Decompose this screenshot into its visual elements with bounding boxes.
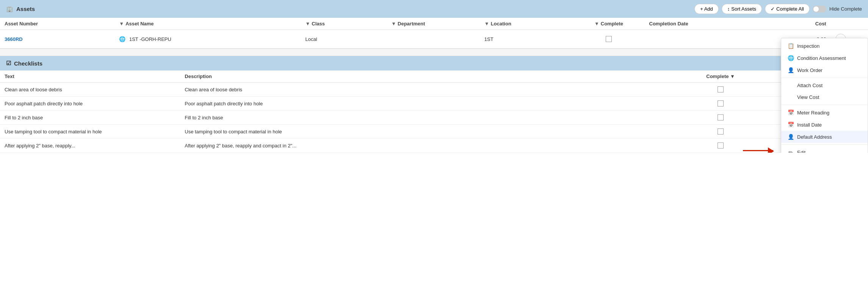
checklist-desc-cell: Clean area of loose debris xyxy=(180,83,671,97)
checklist-desc-cell: Use tamping tool to compact material in … xyxy=(180,125,671,139)
checklist-complete-checkbox[interactable] xyxy=(718,142,724,149)
table-row: 3660RD 🌐 1ST -GORH-REPU Local 1ST xyxy=(0,30,868,48)
dropdown-divider-3 xyxy=(781,144,868,145)
checkmark-icon: ✓ xyxy=(771,6,775,12)
col-header-department: ▼Department xyxy=(387,18,480,30)
col-header-asset-number: Asset Number xyxy=(0,18,114,30)
dropdown-label-condition: Condition Assessment xyxy=(797,55,846,61)
checklist-text-cell: After applying 2" base, reapply... xyxy=(0,139,180,153)
asset-number-link[interactable]: 3660RD xyxy=(5,36,23,42)
dropdown-label-inspection: Inspection xyxy=(797,43,819,49)
col-header-text: Text xyxy=(0,70,180,83)
dropdown-label-view-cost: View Cost xyxy=(797,94,819,100)
checklists-table-container: Text Description Complete ▼ Pass ▼ Clean… xyxy=(0,70,868,153)
dropdown-item-attach-cost[interactable]: Attach Cost xyxy=(781,80,868,91)
dropdown-item-edit[interactable]: ✏ Edit xyxy=(781,146,868,153)
asset-department-cell xyxy=(387,30,480,48)
filter-asset-name-icon[interactable]: ▼ xyxy=(119,21,124,27)
edit-icon: ✏ xyxy=(787,149,794,153)
dropdown-item-meter-reading[interactable]: 📅 Meter Reading xyxy=(781,106,868,119)
dropdown-item-view-cost[interactable]: View Cost xyxy=(781,91,868,103)
dropdown-item-condition-assessment[interactable]: 🌐 Condition Assessment xyxy=(781,52,868,64)
col-header-completion-date: Completion Date xyxy=(645,18,759,30)
dropdown-label-install-date: Install Date xyxy=(797,122,822,128)
checklists-table: Text Description Complete ▼ Pass ▼ Clean… xyxy=(0,70,868,153)
sort-icon: ↕ xyxy=(727,6,730,12)
sort-assets-button[interactable]: ↕ Sort Assets xyxy=(722,4,762,14)
col-header-complete: Complete ▼ xyxy=(672,70,770,83)
checklist-desc-cell: Poor asphalt patch directly into hole xyxy=(180,97,671,111)
list-item: Fill to 2 inch base Fill to 2 inch base xyxy=(0,111,868,125)
col-header-asset-name: ▼Asset Name xyxy=(114,18,301,30)
checklist-complete-cell xyxy=(672,111,770,125)
assets-table-header-row: Asset Number ▼Asset Name ▼Class ▼Departm… xyxy=(0,18,868,30)
col-header-cost: Cost xyxy=(759,18,831,30)
asset-complete-cell xyxy=(573,30,644,48)
assets-actions: + Add ↕ Sort Assets ✓ Complete All Hide … xyxy=(694,4,862,14)
checklist-text-cell: Use tamping tool to compact material in … xyxy=(0,125,180,139)
dropdown-divider-1 xyxy=(781,78,868,78)
assets-section-header: 🏢 Assets + Add ↕ Sort Assets ✓ Complete … xyxy=(0,0,868,18)
checklists-title: Checklists xyxy=(14,60,42,67)
checklist-complete-cell xyxy=(672,125,770,139)
dropdown-label-workorder: Work Order xyxy=(797,67,823,73)
section-gap xyxy=(0,48,868,56)
asset-name-value: 1ST -GORH-REPU xyxy=(129,36,171,42)
address-icon: 👤 xyxy=(787,134,794,140)
dropdown-label-attach-cost: Attach Cost xyxy=(797,83,823,88)
checklist-desc-cell: After applying 2" base, reapply and comp… xyxy=(180,139,671,153)
asset-class-cell: Local xyxy=(301,30,387,48)
list-item: Use tamping tool to compact material in … xyxy=(0,125,868,139)
checklist-complete-checkbox[interactable] xyxy=(718,128,724,135)
filter-complete-icon[interactable]: ▼ xyxy=(594,21,599,27)
filter-department-icon[interactable]: ▼ xyxy=(391,21,396,27)
context-dropdown-menu: 📋 Inspection 🌐 Condition Assessment 👤 Wo… xyxy=(781,38,868,153)
globe-icon: 🌐 xyxy=(119,36,125,42)
col-header-class: ▼Class xyxy=(301,18,387,30)
hide-complete-label: Hide Complete xyxy=(829,6,862,12)
inspection-icon: 📋 xyxy=(787,43,794,49)
dropdown-divider-2 xyxy=(781,105,868,105)
dropdown-label-meter: Meter Reading xyxy=(797,110,829,116)
hide-complete-toggle[interactable] xyxy=(813,6,826,13)
col-header-location: ▼Location xyxy=(480,18,573,30)
building-icon: 🏢 xyxy=(6,6,13,13)
col-header-description: Description xyxy=(180,70,671,83)
checklist-complete-checkbox[interactable] xyxy=(718,100,724,106)
dropdown-label-default-address: Default Address xyxy=(797,134,832,140)
checklists-header-row: Text Description Complete ▼ Pass ▼ xyxy=(0,70,868,83)
dropdown-label-edit: Edit xyxy=(797,150,805,153)
condition-icon: 🌐 xyxy=(787,55,794,61)
list-item: Poor asphalt patch directly into hole Po… xyxy=(0,97,868,111)
arrow-indicator xyxy=(743,150,773,151)
checklist-complete-checkbox[interactable] xyxy=(718,86,724,92)
complete-all-button[interactable]: ✓ Complete All xyxy=(765,4,810,14)
col-header-complete: ▼Complete xyxy=(573,18,644,30)
filter-class-icon[interactable]: ▼ xyxy=(305,21,310,27)
checklist-complete-cell xyxy=(672,97,770,111)
red-arrow xyxy=(743,150,773,151)
workorder-icon: 👤 xyxy=(787,67,794,73)
assets-title: Assets xyxy=(16,6,35,12)
calendar-icon: 📅 xyxy=(787,122,794,128)
dropdown-item-inspection[interactable]: 📋 Inspection xyxy=(781,40,868,52)
dropdown-item-work-order[interactable]: 👤 Work Order xyxy=(781,64,868,76)
add-button[interactable]: + Add xyxy=(694,4,719,14)
dropdown-item-install-date[interactable]: 📅 Install Date xyxy=(781,119,868,131)
assets-table: Asset Number ▼Asset Name ▼Class ▼Departm… xyxy=(0,18,868,48)
list-item: Clean area of loose debris Clean area of… xyxy=(0,83,868,97)
asset-location-cell: 1ST xyxy=(480,30,573,48)
dropdown-item-default-address[interactable]: 👤 Default Address xyxy=(781,131,868,143)
asset-completion-date-cell xyxy=(645,30,759,48)
asset-complete-checkbox[interactable] xyxy=(606,36,612,42)
checklist-icon: ☑ xyxy=(6,60,11,67)
asset-name-cell: 🌐 1ST -GORH-REPU xyxy=(114,30,301,48)
sort-complete-icon[interactable]: ▼ xyxy=(730,74,735,79)
filter-location-icon[interactable]: ▼ xyxy=(484,21,489,27)
col-header-action xyxy=(831,18,868,30)
checklist-text-cell: Clean area of loose debris xyxy=(0,83,180,97)
checklist-complete-cell xyxy=(672,83,770,97)
checklist-text-cell: Poor asphalt patch directly into hole xyxy=(0,97,180,111)
assets-title-group: 🏢 Assets xyxy=(6,6,35,13)
checklist-complete-checkbox[interactable] xyxy=(718,114,724,120)
